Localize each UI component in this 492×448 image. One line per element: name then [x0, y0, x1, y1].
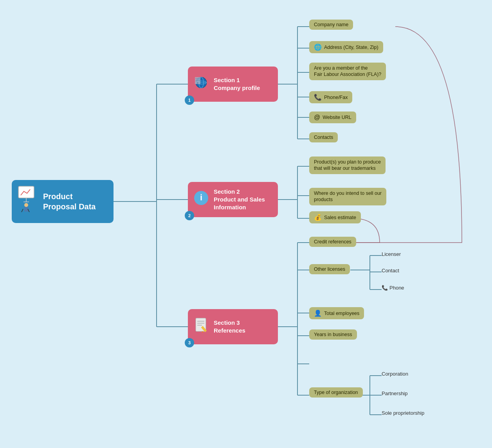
- section-1-node: 1 Section 1 Company profile: [188, 67, 278, 102]
- address-icon: 🌐: [314, 43, 322, 51]
- root-icon: [18, 185, 39, 218]
- leaf-intend-sell: Where do you intend to sell our products: [309, 188, 386, 205]
- svg-rect-42: [24, 207, 28, 212]
- text-phone: 📞Phone: [382, 285, 404, 291]
- leaf-years-business: Years in business: [309, 329, 357, 340]
- svg-rect-55: [199, 80, 200, 81]
- section-1-label: Section 1 Company profile: [214, 76, 260, 92]
- sales-icon: 💰: [314, 214, 322, 221]
- section-2-label: Section 2 Product and Sales Information: [214, 188, 265, 212]
- section-1-icon: [193, 74, 210, 95]
- svg-point-41: [24, 203, 28, 207]
- svg-rect-38: [18, 186, 34, 198]
- svg-rect-56: [197, 82, 198, 84]
- text-licenser: Licenser: [382, 251, 401, 257]
- text-corporation: Corporation: [382, 371, 408, 377]
- leaf-total-employees: 👤 Total employees: [309, 307, 364, 319]
- root-node: Product Proposal Data: [12, 180, 114, 223]
- svg-line-43: [22, 209, 23, 212]
- leaf-fla: Are you a member of the Fair Labour Asso…: [309, 63, 386, 80]
- leaf-contacts: Contacts: [309, 132, 338, 142]
- section-2-node: 2 i Section 2 Product and Sales Informat…: [188, 182, 278, 217]
- text-partnership: Partnership: [382, 390, 407, 396]
- leaf-website: @ Website URL: [309, 112, 356, 123]
- section-3-number: 3: [185, 338, 194, 347]
- leaf-other-licenses: Other licenses: [309, 264, 350, 274]
- leaf-type-org: Type of organization: [309, 387, 363, 398]
- svg-rect-52: [199, 78, 200, 79]
- text-contact: Contact: [382, 268, 399, 273]
- leaf-sales-estimate: 💰 Sales estimate: [309, 211, 361, 223]
- text-sole-proprietorship: Sole proprietorship: [382, 410, 424, 416]
- employees-icon: 👤: [314, 309, 322, 317]
- phone-fax-icon: 📞: [314, 94, 322, 101]
- section-1-number: 1: [185, 95, 194, 105]
- leaf-company-name: Company name: [309, 20, 353, 30]
- section-3-node: 3 Section 3 References: [188, 309, 278, 344]
- leaf-address: 🌐 Address (City, State, Zip): [309, 41, 383, 53]
- section-2-icon: i: [193, 189, 210, 210]
- svg-text:i: i: [200, 193, 202, 202]
- svg-rect-51: [197, 78, 198, 79]
- svg-rect-50: [196, 78, 196, 79]
- section-3-label: Section 3 References: [214, 319, 245, 335]
- root-label: Product Proposal Data: [43, 191, 108, 212]
- svg-rect-54: [197, 80, 198, 81]
- leaf-phone-fax: 📞 Phone/Fax: [309, 91, 352, 103]
- svg-rect-53: [196, 80, 196, 81]
- leaf-credit-references: Credit references: [309, 237, 356, 247]
- section-3-icon: [193, 317, 210, 337]
- leaf-products: Product(s) you plan to produce that will…: [309, 157, 386, 174]
- website-icon: @: [314, 114, 320, 121]
- section-2-number: 2: [185, 211, 194, 220]
